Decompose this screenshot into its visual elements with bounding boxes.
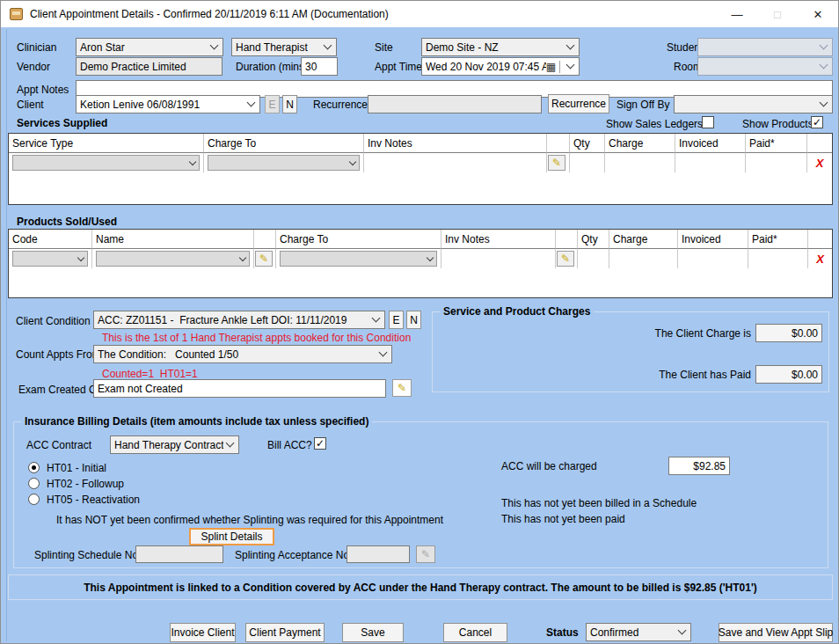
window-title: Client Appointment Details - Confirmed 2… bbox=[30, 8, 389, 20]
chevron-down-icon bbox=[210, 41, 219, 50]
acc-contract-select[interactable]: Hand Therapy Contract bbox=[110, 435, 239, 454]
product-inv-notes-cell[interactable] bbox=[441, 249, 556, 268]
insurance-billing-group: Insurance Billing Details (item amounts … bbox=[13, 421, 828, 568]
minimize-icon[interactable]: — bbox=[717, 1, 757, 27]
not-paid-notice: This has not yet been paid bbox=[501, 513, 625, 525]
product-code-select[interactable] bbox=[12, 251, 88, 267]
delete-row-icon[interactable]: X bbox=[816, 252, 824, 266]
client-appointment-details-window: Client Appointment Details - Confirmed 2… bbox=[0, 0, 839, 644]
recurrence-button[interactable]: Recurrence bbox=[548, 94, 609, 113]
site-label: Site bbox=[375, 41, 393, 54]
splinting-pencil-icon: ✎ bbox=[416, 545, 435, 563]
clinician-label: Clinician bbox=[17, 41, 56, 54]
client-condition-select[interactable]: ACC: ZZ01151 - Fracture Ankle Left DOI: … bbox=[93, 311, 385, 329]
sign-off-by-label: Sign Off By bbox=[616, 99, 669, 111]
cancel-button[interactable]: Cancel bbox=[443, 623, 507, 642]
sign-off-by-select[interactable] bbox=[674, 95, 833, 113]
splint-notice-text: It has NOT yet been confirmed whether Sp… bbox=[56, 514, 443, 526]
not-billed-notice: This has not yet been billed in a Schedu… bbox=[501, 497, 697, 509]
product-name-select[interactable] bbox=[96, 251, 250, 267]
site-select[interactable]: Demo Site - NZ bbox=[421, 38, 580, 56]
radio-ht02-followup[interactable] bbox=[28, 478, 40, 489]
check-icon: ✓ bbox=[316, 438, 325, 449]
delete-row-icon[interactable]: X bbox=[816, 157, 824, 170]
room-select bbox=[697, 57, 833, 76]
client-payment-button[interactable]: Client Payment bbox=[245, 623, 325, 642]
service-edit-cell: ✎ bbox=[547, 153, 570, 172]
client-select[interactable]: Ketion Lenive 06/08/1991 bbox=[76, 95, 260, 113]
insurance-billing-title: Insurance Billing Details (item amounts … bbox=[21, 415, 372, 428]
service-qty-cell[interactable] bbox=[570, 153, 605, 172]
condition-edit-button[interactable]: E bbox=[389, 311, 404, 329]
invoice-client-button[interactable]: Invoice Client bbox=[170, 623, 236, 642]
client-value: Ketion Lenive 06/08/1991 bbox=[80, 99, 244, 111]
product-delete-cell: X bbox=[808, 249, 832, 268]
duration-field[interactable]: 30 bbox=[301, 57, 338, 76]
status-select[interactable]: Confirmed bbox=[586, 623, 691, 641]
products-col-invoiced: Invoiced bbox=[678, 230, 748, 249]
client-new-button[interactable]: N bbox=[282, 95, 297, 113]
recurrence-field bbox=[368, 95, 542, 113]
save-and-view-appt-slip-button[interactable]: Save and View Appt Slip bbox=[719, 623, 833, 642]
vendor-label: Vendor bbox=[17, 61, 50, 73]
product-edit-cell: ✎ bbox=[254, 249, 276, 268]
show-products-label: Show Products? bbox=[742, 118, 819, 130]
student-select bbox=[697, 38, 833, 56]
bill-acc-checkbox[interactable]: ✓ bbox=[314, 437, 326, 450]
radio-ht01-initial[interactable] bbox=[28, 462, 40, 473]
services-grid: Service Type Charge To Inv Notes Qty Cha… bbox=[8, 133, 833, 205]
service-type-select[interactable] bbox=[12, 155, 200, 171]
acc-contract-value: Hand Therapy Contract bbox=[114, 439, 223, 451]
exam-created-on-value: Exam not Created bbox=[98, 383, 183, 395]
exam-created-on-field[interactable]: Exam not Created bbox=[93, 379, 386, 398]
status-value: Confirmed bbox=[590, 626, 675, 639]
service-charge-cell[interactable] bbox=[605, 153, 675, 172]
appt-time-picker[interactable]: Wed 20 Nov 2019 07:45 AM ▦ bbox=[421, 57, 580, 76]
chevron-down-icon bbox=[324, 41, 332, 50]
chevron-down-icon bbox=[247, 99, 256, 107]
products-col-qty: Qty bbox=[578, 230, 609, 249]
product-qty-cell[interactable] bbox=[578, 249, 609, 268]
pencil-icon[interactable]: ✎ bbox=[548, 155, 565, 171]
splint-details-button[interactable]: Splint Details bbox=[189, 528, 274, 545]
count-appts-from-select[interactable]: The Condition: Counted 1/50 bbox=[93, 345, 392, 363]
service-product-charges-title: Service and Product Charges bbox=[440, 305, 594, 318]
acc-charged-field: $92.85 bbox=[668, 457, 730, 475]
services-col-charge: Charge bbox=[605, 134, 675, 153]
service-charge-to-select[interactable] bbox=[208, 155, 360, 171]
product-paid-cell bbox=[748, 249, 808, 268]
show-sales-ledgers-checkbox[interactable] bbox=[702, 116, 714, 128]
products-sold-title: Products Sold/Used bbox=[17, 216, 117, 228]
acc-charged-label: ACC will be charged bbox=[501, 460, 597, 472]
product-charge-cell[interactable] bbox=[609, 249, 678, 268]
chevron-down-icon bbox=[77, 253, 84, 260]
client-edit-button: E bbox=[265, 95, 280, 113]
condition-new-button[interactable]: N bbox=[406, 311, 421, 329]
appt-time-label: Appt Time bbox=[375, 61, 422, 73]
products-col-edit1 bbox=[254, 230, 276, 249]
products-col-charge-to: Charge To bbox=[276, 230, 441, 249]
service-type-cell bbox=[9, 153, 204, 172]
radio-ht02-label: HT02 - Followup bbox=[47, 478, 124, 490]
maximize-icon: □ bbox=[757, 1, 798, 27]
counted-warning-text: Counted=1 HT01=1 bbox=[102, 368, 198, 380]
show-products-checkbox[interactable]: ✓ bbox=[811, 116, 823, 128]
client-charge-value: $0.00 bbox=[792, 327, 818, 340]
product-charge-to-select[interactable] bbox=[280, 251, 437, 267]
radio-ht05-reactivation[interactable] bbox=[28, 494, 40, 505]
clinician-value: Aron Star bbox=[80, 41, 208, 54]
exam-pencil-icon[interactable]: ✎ bbox=[392, 379, 412, 397]
status-label: Status bbox=[546, 626, 579, 639]
products-col-delete bbox=[808, 230, 832, 249]
clinician-select[interactable]: Aron Star bbox=[76, 38, 223, 56]
splinting-acceptance-field bbox=[347, 545, 410, 563]
pencil-icon[interactable]: ✎ bbox=[557, 251, 574, 267]
products-col-charge: Charge bbox=[609, 230, 678, 249]
acc-charged-value: $92.85 bbox=[693, 460, 726, 472]
close-icon[interactable]: ✕ bbox=[798, 1, 838, 27]
save-button[interactable]: Save bbox=[342, 623, 404, 642]
service-inv-notes-cell[interactable] bbox=[364, 153, 547, 172]
pencil-icon[interactable]: ✎ bbox=[255, 251, 273, 267]
clinician-role-select[interactable]: Hand Therapist bbox=[231, 38, 337, 56]
services-col-service-type: Service Type bbox=[9, 134, 204, 153]
